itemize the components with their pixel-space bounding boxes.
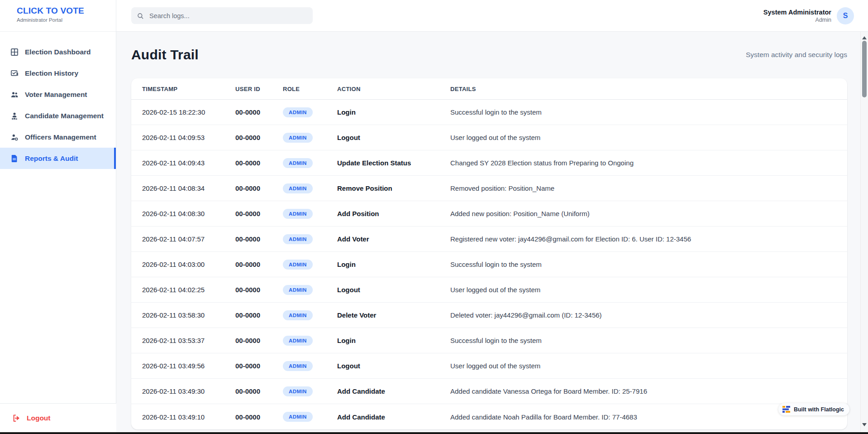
details-cell: Changed SY 2028 Election status from Pre… [450, 159, 847, 167]
details-cell: Deleted voter: jay44296@gmail.com (ID: 1… [450, 311, 847, 319]
column-header-details: DETAILS [450, 86, 847, 92]
timestamp-cell: 2026-02-11 03:49:30 [142, 387, 235, 395]
main-content: Audit Trail System activity and security… [116, 32, 860, 434]
role-badge: ADMIN [283, 386, 313, 396]
officer-icon [10, 133, 19, 142]
topbar: System Administrator Admin S [116, 0, 868, 32]
timestamp-cell: 2026-02-11 03:49:10 [142, 413, 235, 421]
table-row: 2026-02-11 04:02:25 00-0000 ADMIN Logout… [131, 277, 847, 303]
page-subtitle: System activity and security logs [746, 51, 847, 59]
report-icon [10, 154, 19, 163]
action-cell: Add Voter [337, 235, 450, 243]
user-id-cell: 00-0000 [235, 159, 283, 167]
action-cell: Logout [337, 362, 450, 370]
user-id-cell: 00-0000 [235, 108, 283, 116]
sidebar-item-election-history[interactable]: Election History [0, 63, 116, 84]
table-row: 2026-02-11 03:53:37 00-0000 ADMIN Login … [131, 328, 847, 353]
timestamp-cell: 2026-02-11 04:09:53 [142, 134, 235, 141]
scrollbar-thumb[interactable] [862, 41, 867, 97]
ballot-icon [10, 69, 19, 78]
sidebar: CLICK TO VOTE Administrator Portal Elect… [0, 0, 116, 434]
user-block[interactable]: System Administrator Admin S [763, 7, 854, 24]
action-cell: Logout [337, 286, 450, 294]
user-id-cell: 00-0000 [235, 311, 283, 319]
timestamp-cell: 2026-02-11 04:07:57 [142, 235, 235, 243]
role-cell: ADMIN [283, 336, 337, 346]
search-input[interactable] [148, 12, 307, 20]
action-cell: Login [337, 108, 450, 116]
column-header-user-id: USER ID [235, 86, 283, 92]
sidebar-item-election-dashboard[interactable]: Election Dashboard [0, 41, 116, 63]
role-badge: ADMIN [283, 336, 313, 346]
role-badge: ADMIN [283, 285, 313, 295]
action-cell: Add Candidate [337, 387, 450, 395]
vertical-scrollbar[interactable] [860, 32, 868, 432]
audit-table-card: TIMESTAMP USER ID ROLE ACTION DETAILS 20… [131, 78, 847, 429]
role-cell: ADMIN [283, 361, 337, 371]
sidebar-item-officers-management[interactable]: Officers Management [0, 126, 116, 148]
sidebar-item-voter-management[interactable]: Voter Management [0, 84, 116, 105]
details-cell: Removed position: Position_Name [450, 184, 847, 192]
candidate-icon [10, 111, 19, 121]
role-cell: ADMIN [283, 412, 337, 422]
timestamp-cell: 2026-02-11 04:08:30 [142, 210, 235, 217]
role-badge: ADMIN [283, 158, 313, 168]
scroll-up-arrow-icon[interactable] [862, 34, 867, 39]
action-cell: Add Position [337, 210, 450, 217]
details-cell: User logged out of the system [450, 286, 847, 294]
role-badge: ADMIN [283, 209, 313, 219]
role-cell: ADMIN [283, 209, 337, 219]
role-badge: ADMIN [283, 107, 313, 117]
role-badge: ADMIN [283, 133, 313, 143]
role-badge: ADMIN [283, 260, 313, 270]
scroll-down-arrow-icon[interactable] [862, 423, 867, 429]
column-header-timestamp: TIMESTAMP [142, 86, 235, 92]
voters-icon [10, 90, 19, 99]
user-name: System Administrator [763, 9, 831, 16]
user-id-cell: 00-0000 [235, 235, 283, 243]
timestamp-cell: 2026-02-11 03:53:37 [142, 337, 235, 344]
action-cell: Delete Voter [337, 311, 450, 319]
details-cell: User logged out of the system [450, 362, 847, 370]
sidebar-item-candidate-management[interactable]: Candidate Management [0, 105, 116, 126]
role-badge: ADMIN [283, 234, 313, 244]
search-box [131, 7, 313, 24]
table-header-row: TIMESTAMP USER ID ROLE ACTION DETAILS [131, 78, 847, 100]
table-row: 2026-02-11 04:09:43 00-0000 ADMIN Update… [131, 150, 847, 176]
built-with-flatlogic-badge[interactable]: Built with Flatlogic [778, 403, 849, 415]
user-id-cell: 00-0000 [235, 286, 283, 294]
table-row: 2026-02-11 03:49:56 00-0000 ADMIN Logout… [131, 353, 847, 379]
user-id-cell: 00-0000 [235, 134, 283, 141]
table-row: 2026-02-11 03:58:30 00-0000 ADMIN Delete… [131, 303, 847, 328]
role-cell: ADMIN [283, 107, 337, 117]
search-icon [137, 12, 148, 19]
logout-icon [12, 414, 21, 423]
role-cell: ADMIN [283, 234, 337, 244]
table-row: 2026-02-15 18:22:30 00-0000 ADMIN Login … [131, 100, 847, 125]
details-cell: Registered new voter: jay44296@gmail.com… [450, 235, 847, 243]
action-cell: Login [337, 260, 450, 268]
role-cell: ADMIN [283, 285, 337, 295]
sidebar-item-reports-audit[interactable]: Reports & Audit [0, 148, 116, 169]
role-cell: ADMIN [283, 260, 337, 270]
timestamp-cell: 2026-02-11 04:03:00 [142, 260, 235, 268]
logout-button[interactable]: Logout [0, 403, 116, 432]
user-id-cell: 00-0000 [235, 362, 283, 370]
user-text: System Administrator Admin [763, 9, 831, 23]
details-cell: Successful login to the system [450, 108, 847, 116]
role-cell: ADMIN [283, 310, 337, 320]
timestamp-cell: 2026-02-11 03:58:30 [142, 311, 235, 319]
role-badge: ADMIN [283, 412, 313, 422]
details-cell: User logged out of the system [450, 134, 847, 141]
user-id-cell: 00-0000 [235, 260, 283, 268]
action-cell: Add Candidate [337, 413, 450, 421]
role-badge: ADMIN [283, 183, 313, 193]
page-head: Audit Trail System activity and security… [116, 32, 860, 63]
role-cell: ADMIN [283, 386, 337, 396]
user-id-cell: 00-0000 [235, 184, 283, 192]
flatlogic-logo-icon [782, 406, 790, 413]
sidebar-nav: Election Dashboard Election History Vote… [0, 32, 116, 169]
column-header-action: ACTION [337, 86, 450, 92]
avatar[interactable]: S [837, 7, 854, 24]
app-logo-subtitle: Administrator Portal [17, 17, 116, 23]
